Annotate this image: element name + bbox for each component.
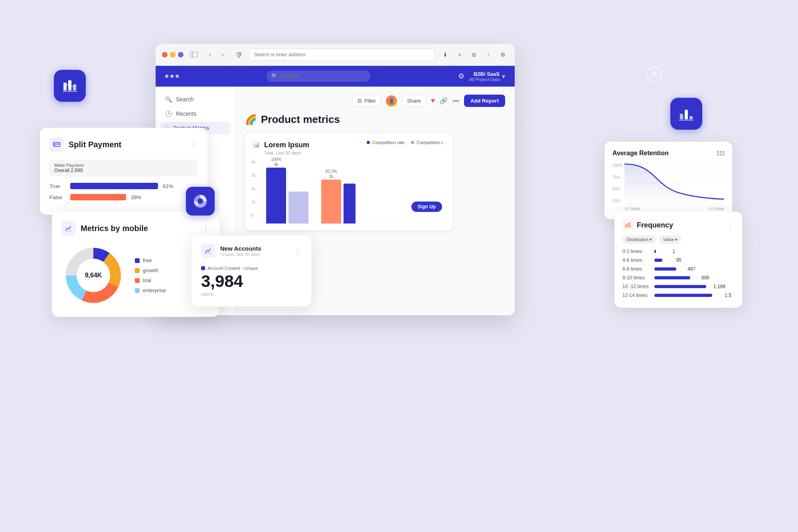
frequency-dots[interactable]: ⋮ (727, 221, 734, 229)
legend-label-1: Competition rate (372, 140, 405, 145)
freq-row-1: 4-6 times 95 (622, 256, 734, 265)
split-payment-card: Split Payment ⋮ Make Payment Overall 2.8… (40, 128, 207, 215)
share-icon[interactable]: ↑ (483, 49, 494, 60)
shield-icon: 🛡️ (233, 49, 244, 60)
true-bar-row: True 61% (49, 183, 198, 189)
profile-text: B2B/ SaaS All Project Data (469, 71, 500, 82)
payment-label-box: Make Payment Overall 2.899 (49, 160, 198, 176)
settings-icon[interactable]: ⚙ (497, 49, 508, 60)
lorem-ipsum-card: 📊 Lorem Ipsum Total, Last 30 days Compet… (245, 134, 452, 230)
value-col-header[interactable]: Value ▾ (659, 235, 681, 244)
link-icon[interactable]: 🔗 (440, 97, 448, 105)
frequency-title-row: Frequency (622, 220, 673, 231)
freq-bar-container-3: 895 (654, 275, 734, 281)
freq-bar-container-4: 1,189 (654, 284, 734, 289)
new-accounts-header-left: New Accounts Unique, last 30 days (201, 243, 261, 258)
new-accounts-subtitle: Unique, last 30 days (220, 252, 261, 257)
chart-title-area: 📊 Lorem Ipsum Total, Last 30 days (251, 140, 309, 155)
legend-item-1: Competition rate (367, 140, 405, 145)
freq-bar-3 (654, 276, 690, 279)
frequency-card: Frequency ⋮ Distribution ▾ Value ▾ 0-2 t… (614, 212, 742, 308)
sidebar-toggle-icon[interactable] (188, 49, 200, 60)
svg-rect-12 (680, 114, 683, 119)
chart-title: Lorem Ipsum (264, 141, 309, 149)
split-payment-dots[interactable]: ⋮ (190, 140, 198, 149)
false-bar-row: False 39% (49, 194, 198, 200)
distribution-col-header[interactable]: Distribution ▾ (622, 235, 656, 244)
accounts-dot (201, 266, 205, 270)
new-accounts-dots[interactable]: ⋮ (294, 246, 302, 255)
header-search-input[interactable] (267, 71, 370, 82)
url-bar[interactable] (249, 49, 435, 61)
heart-icon[interactable]: ♥ (431, 97, 435, 105)
new-accounts-title: New Accounts (220, 245, 261, 252)
bar-1 (266, 168, 286, 223)
sidebar-item-search-label: Search (176, 96, 194, 103)
signup-button[interactable]: Sign Up (411, 202, 442, 212)
freq-bar-0 (654, 250, 656, 253)
dot-red[interactable] (162, 52, 168, 57)
forward-icon[interactable]: › (217, 49, 228, 60)
donut-chart: 9,64K (61, 243, 125, 307)
y-label-100: 100% (612, 163, 623, 168)
accounts-unit: users (201, 291, 302, 297)
freq-bar-container-5: 1.5 (654, 293, 734, 298)
gear-icon[interactable]: ⚙ (458, 72, 464, 81)
back-icon[interactable]: ‹ (204, 49, 215, 60)
freq-label-0: 0-2 times (622, 249, 654, 254)
filter-icon: ⊟ (358, 98, 362, 104)
duplicate-icon[interactable]: ⧉ (468, 49, 480, 60)
legend-label-2: Competition r... (417, 140, 446, 145)
bar-3 (321, 180, 341, 223)
legend-label-trial: trial (143, 277, 151, 283)
chevron-down-icon[interactable]: ▾ (502, 73, 505, 80)
donut-label: 9,64K (85, 272, 102, 279)
y-label-25: 25% (612, 199, 623, 203)
svg-line-4 (120, 359, 319, 439)
retention-header: Average Retention (612, 150, 724, 157)
new-accounts-header: New Accounts Unique, last 30 days ⋮ (201, 243, 302, 258)
more-options-icon[interactable]: ••• (452, 97, 459, 105)
freq-bar-container-1: 95 (654, 257, 734, 263)
dot-yellow[interactable] (170, 52, 176, 57)
freq-row-4: 10 -12 times 1,189 (622, 282, 734, 291)
frequency-header: Frequency ⋮ (622, 220, 734, 231)
svg-rect-18 (53, 142, 60, 146)
average-retention-card: Average Retention 100% 75% 50% 25% (604, 142, 732, 219)
share-button[interactable]: Share (402, 95, 426, 107)
freq-label-5: 12-14 times (622, 293, 654, 298)
sidebar-item-search[interactable]: 🔍 Search (160, 93, 230, 106)
download-icon[interactable]: ⬇ (440, 49, 451, 60)
freq-value-1: 95 (666, 257, 681, 263)
freq-bar-2 (654, 267, 676, 271)
filter-button[interactable]: ⊟ Filter (352, 95, 381, 107)
svg-point-6 (647, 67, 662, 81)
legend-square-free (135, 258, 140, 263)
retention-x-labels: <2 Week <3 Week (624, 207, 724, 211)
card-header-left: Split Payment (49, 137, 121, 152)
frequency-icon (622, 220, 634, 231)
freq-bar-container-2: 487 (654, 266, 734, 272)
svg-rect-31 (627, 223, 628, 227)
legend-dot-2 (411, 141, 414, 144)
freq-table-header: Distribution ▾ Value ▾ (622, 235, 734, 244)
dot-blue[interactable] (178, 52, 184, 57)
freq-row-5: 12-14 times 1.5 (622, 291, 734, 300)
search-icon: 🔍 (165, 96, 172, 103)
header-right: ⚙ B2B/ SaaS All Project Data ▾ (458, 71, 505, 82)
legend-label-free: free (143, 257, 152, 263)
new-accounts-card: New Accounts Unique, last 30 days ⋮ Acco… (192, 235, 311, 307)
sidebar-item-recents[interactable]: 🕐 Recents (160, 107, 230, 120)
add-tab-icon[interactable]: + (454, 49, 465, 60)
make-payment-label: Make Payment (54, 163, 193, 168)
freq-bar-container-0: 1 (654, 249, 734, 254)
legend-trial: trial (135, 277, 166, 283)
add-report-button[interactable]: Add Report (464, 95, 505, 107)
header-menu-dots[interactable] (165, 75, 179, 78)
freq-value-4: 1,189 (709, 284, 725, 289)
page-title: Product metrics (261, 113, 340, 126)
freq-row-3: 8-10 times 895 (622, 273, 734, 282)
freq-bar-4 (654, 285, 706, 288)
metrics-dots[interactable]: ⋮ (202, 223, 210, 233)
frequency-title-text: Frequency (637, 221, 673, 229)
